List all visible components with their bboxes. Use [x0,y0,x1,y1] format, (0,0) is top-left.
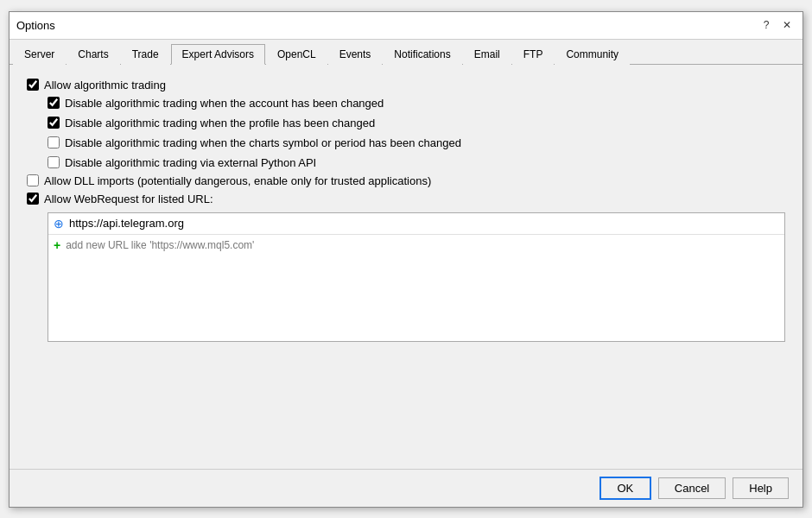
tabs-bar: Server Charts Trade Expert Advisors Open… [10,40,802,65]
tab-server[interactable]: Server [13,44,66,65]
tab-trade[interactable]: Trade [121,44,170,65]
add-url-icon: + [54,238,60,252]
tab-notifications[interactable]: Notifications [383,44,461,65]
disable-python-row: Disable algorithmic trading via external… [48,156,785,169]
disable-profile-row: Disable algorithmic trading when the pro… [48,117,785,130]
disable-account-label[interactable]: Disable algorithmic trading when the acc… [65,97,384,110]
allow-webrequest-row: Allow WebRequest for listed URL: [27,193,785,205]
window-title: Options [16,19,55,32]
cancel-button[interactable]: Cancel [658,477,726,499]
allow-webrequest-checkbox[interactable] [27,193,39,205]
allow-algo-label[interactable]: Allow algorithmic trading [44,79,166,92]
url-value: https://api.telegram.org [69,217,184,230]
tab-content: Allow algorithmic trading Disable algori… [10,65,802,469]
tab-ftp[interactable]: FTP [512,44,555,65]
disable-chart-row: Disable algorithmic trading when the cha… [48,136,785,149]
allow-dll-checkbox[interactable] [27,174,39,186]
disable-python-label[interactable]: Disable algorithmic trading via external… [65,156,316,169]
tab-community[interactable]: Community [555,44,630,65]
add-url-hint: add new URL like 'https://www.mql5.com' [66,239,254,251]
tab-email[interactable]: Email [463,44,511,65]
disable-account-row: Disable algorithmic trading when the acc… [48,97,785,110]
allow-dll-label[interactable]: Allow DLL imports (potentially dangerous… [44,174,431,187]
allow-algo-row: Allow algorithmic trading [27,79,785,92]
tab-events[interactable]: Events [328,44,383,65]
help-button[interactable]: ? [758,16,775,34]
tab-expert-advisors[interactable]: Expert Advisors [171,44,265,65]
disable-chart-checkbox[interactable] [48,136,60,148]
title-bar-left: Options [16,19,55,32]
disable-profile-label[interactable]: Disable algorithmic trading when the pro… [65,117,375,130]
globe-icon: ⊕ [54,217,64,231]
help-footer-button[interactable]: Help [733,477,789,499]
disable-python-checkbox[interactable] [48,156,60,168]
disable-profile-checkbox[interactable] [48,117,60,129]
disable-account-checkbox[interactable] [48,97,60,109]
tab-charts[interactable]: Charts [67,44,119,65]
allow-webrequest-label[interactable]: Allow WebRequest for listed URL: [44,193,213,205]
title-bar-buttons: ? ✕ [758,16,796,34]
footer: OK Cancel Help [10,469,802,507]
add-url-row[interactable]: + add new URL like 'https://www.mql5.com… [48,235,784,256]
tab-opencl[interactable]: OpenCL [266,44,327,65]
url-table: ⊕ https://api.telegram.org + add new URL… [48,212,785,342]
title-bar: Options ? ✕ [10,12,802,40]
allow-dll-row: Allow DLL imports (potentially dangerous… [27,174,785,187]
url-entry-row[interactable]: ⊕ https://api.telegram.org [48,213,784,235]
options-window: Options ? ✕ Server Charts Trade Expert A… [9,11,803,508]
ok-button[interactable]: OK [599,477,651,500]
close-button[interactable]: ✕ [778,16,796,34]
disable-chart-label[interactable]: Disable algorithmic trading when the cha… [65,136,461,149]
allow-algo-checkbox[interactable] [27,79,39,91]
